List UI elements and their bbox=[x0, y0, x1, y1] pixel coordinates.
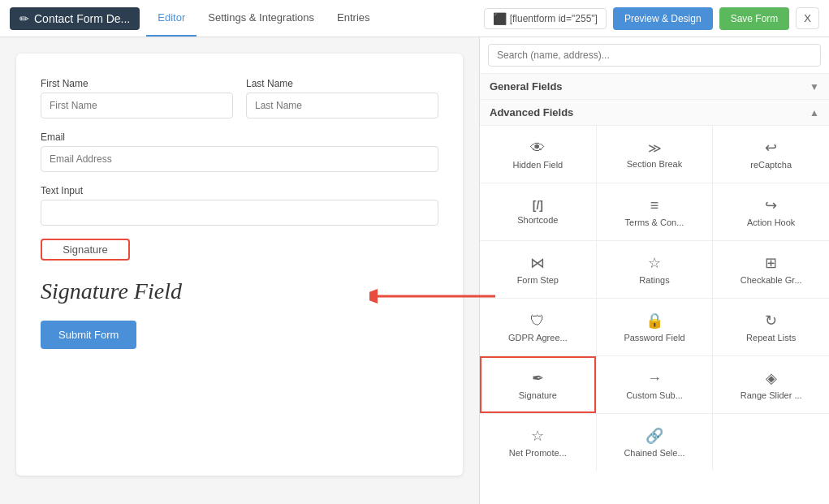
field-action-hook-label: Action Hook bbox=[747, 218, 795, 227]
main-layout: First Name Last Name Email bbox=[0, 37, 829, 504]
shortcode-icon: ⬛ bbox=[493, 12, 507, 25]
shortcode-badge[interactable]: ⬛ [fluentform id="255"] bbox=[484, 8, 607, 29]
field-gdpr[interactable]: 🛡 GDPR Agree... bbox=[480, 299, 596, 355]
save-button[interactable]: Save Form bbox=[719, 7, 790, 30]
field-form-step-label: Form Step bbox=[517, 275, 559, 285]
custom-sub-icon: → bbox=[647, 370, 662, 387]
general-fields-label: General Fields bbox=[490, 80, 563, 93]
terms-icon: ≡ bbox=[650, 197, 659, 214]
field-shortcode-label: Shortcode bbox=[517, 215, 558, 225]
text-input-group: Text Input bbox=[41, 185, 438, 226]
field-custom-sub[interactable]: → Custom Sub... bbox=[597, 356, 713, 413]
field-form-step[interactable]: ⋈ Form Step bbox=[480, 241, 596, 298]
field-ratings[interactable]: ☆ Ratings bbox=[597, 241, 713, 298]
repeat-lists-icon: ↻ bbox=[765, 312, 777, 330]
field-terms-label: Terms & Con... bbox=[625, 218, 684, 227]
chained-sele-icon: 🔗 bbox=[645, 427, 663, 445]
preview-button[interactable]: Preview & Design bbox=[613, 7, 713, 30]
section-break-icon: ≫ bbox=[648, 140, 660, 156]
first-name-group: First Name bbox=[41, 78, 233, 118]
field-action-hook[interactable]: ↪ Action Hook bbox=[713, 183, 829, 240]
brand-button[interactable]: ✏ Contact Form De... bbox=[10, 7, 140, 30]
shortcode-icon: [/] bbox=[533, 199, 543, 212]
field-recaptcha[interactable]: ↩ reCaptcha bbox=[713, 126, 829, 183]
advanced-fields-label: Advanced Fields bbox=[490, 106, 573, 118]
field-terms-con[interactable]: ≡ Terms & Con... bbox=[597, 183, 713, 240]
fields-panel: General Fields ▼ Advanced Fields ▲ 👁 Hid… bbox=[479, 37, 829, 504]
field-checkable-gr[interactable]: ⊞ Checkable Gr... bbox=[713, 241, 829, 298]
field-signature[interactable]: ✒ Signature bbox=[480, 356, 596, 413]
email-group: Email bbox=[41, 131, 438, 172]
net-promote-icon: ☆ bbox=[531, 427, 544, 445]
signature-display: Signature Field bbox=[41, 278, 438, 304]
checkable-icon: ⊞ bbox=[765, 254, 777, 272]
field-chained-sele-label: Chained Sele... bbox=[624, 448, 684, 458]
range-slider-icon: ◈ bbox=[766, 369, 777, 387]
action-hook-icon: ↪ bbox=[765, 196, 777, 214]
field-empty-cell bbox=[713, 414, 829, 471]
fields-search-input[interactable] bbox=[488, 44, 821, 67]
last-name-group: Last Name bbox=[246, 78, 438, 118]
field-gdpr-label: GDPR Agree... bbox=[508, 333, 568, 342]
topbar-actions: ⬛ [fluentform id="255"] Preview & Design… bbox=[484, 7, 819, 30]
field-password[interactable]: 🔒 Password Field bbox=[597, 299, 713, 355]
fields-grid: 👁 Hidden Field ≫ Section Break ↩ reCaptc… bbox=[480, 126, 829, 471]
form-canvas: First Name Last Name Email bbox=[16, 54, 463, 476]
field-shortcode[interactable]: [/] Shortcode bbox=[480, 183, 596, 240]
close-button[interactable]: X bbox=[796, 7, 819, 29]
last-name-input[interactable] bbox=[246, 93, 438, 118]
field-hidden-field-label: Hidden Field bbox=[512, 160, 563, 170]
first-name-input[interactable] bbox=[41, 93, 233, 118]
text-input-row: Text Input bbox=[41, 185, 438, 226]
field-net-promote[interactable]: ☆ Net Promote... bbox=[480, 414, 596, 471]
form-editor-panel: First Name Last Name Email bbox=[0, 37, 479, 504]
password-icon: 🔒 bbox=[645, 312, 663, 330]
field-section-break[interactable]: ≫ Section Break bbox=[597, 126, 713, 183]
submit-button[interactable]: Submit Form bbox=[41, 321, 136, 349]
field-net-promote-label: Net Promote... bbox=[509, 448, 567, 458]
tab-editor[interactable]: Editor bbox=[146, 0, 196, 37]
field-chained-sele[interactable]: 🔗 Chained Sele... bbox=[597, 414, 713, 471]
ratings-icon: ☆ bbox=[648, 254, 661, 272]
general-fields-header[interactable]: General Fields ▼ bbox=[480, 74, 829, 100]
shortcode-text: [fluentform id="255"] bbox=[510, 13, 598, 24]
brand-label: Contact Form De... bbox=[34, 12, 130, 25]
field-ratings-label: Ratings bbox=[639, 275, 669, 285]
search-area bbox=[480, 37, 829, 74]
field-signature-label: Signature bbox=[519, 390, 557, 400]
field-checkable-label: Checkable Gr... bbox=[740, 275, 802, 285]
field-range-slider[interactable]: ◈ Range Slider ... bbox=[713, 356, 829, 413]
hidden-field-icon: 👁 bbox=[530, 140, 545, 157]
signature-icon: ✒ bbox=[532, 369, 544, 387]
tab-settings[interactable]: Settings & Integrations bbox=[196, 0, 326, 37]
recaptcha-icon: ↩ bbox=[765, 139, 777, 157]
text-input-field[interactable] bbox=[41, 200, 438, 226]
last-name-label: Last Name bbox=[246, 78, 438, 89]
field-recaptcha-label: reCaptcha bbox=[750, 160, 792, 170]
gdpr-icon: 🛡 bbox=[530, 312, 545, 330]
name-row: First Name Last Name bbox=[41, 78, 438, 118]
field-hidden-field[interactable]: 👁 Hidden Field bbox=[480, 126, 596, 183]
text-input-label: Text Input bbox=[41, 185, 438, 196]
field-password-label: Password Field bbox=[624, 333, 684, 342]
form-step-icon: ⋈ bbox=[530, 254, 545, 272]
fields-panel-inner: General Fields ▼ Advanced Fields ▲ 👁 Hid… bbox=[480, 37, 829, 504]
advanced-chevron-up-icon: ▲ bbox=[810, 107, 819, 118]
field-range-slider-label: Range Slider ... bbox=[740, 390, 802, 400]
nav-tabs: Editor Settings & Integrations Entries bbox=[146, 0, 381, 37]
first-name-label: First Name bbox=[41, 78, 233, 89]
signature-label-box: Signature bbox=[41, 239, 130, 261]
edit-icon: ✏ bbox=[19, 12, 29, 25]
field-custom-sub-label: Custom Sub... bbox=[626, 390, 683, 400]
advanced-fields-header[interactable]: Advanced Fields ▲ bbox=[480, 100, 829, 126]
field-repeat-lists[interactable]: ↻ Repeat Lists bbox=[713, 299, 829, 355]
email-input[interactable] bbox=[41, 146, 438, 172]
general-chevron-down-icon: ▼ bbox=[810, 81, 819, 93]
field-repeat-lists-label: Repeat Lists bbox=[746, 333, 796, 342]
field-section-break-label: Section Break bbox=[627, 159, 682, 169]
topbar: ✏ Contact Form De... Editor Settings & I… bbox=[0, 0, 829, 37]
email-label: Email bbox=[41, 131, 438, 143]
tab-entries[interactable]: Entries bbox=[326, 0, 381, 37]
email-row: Email bbox=[41, 131, 438, 172]
